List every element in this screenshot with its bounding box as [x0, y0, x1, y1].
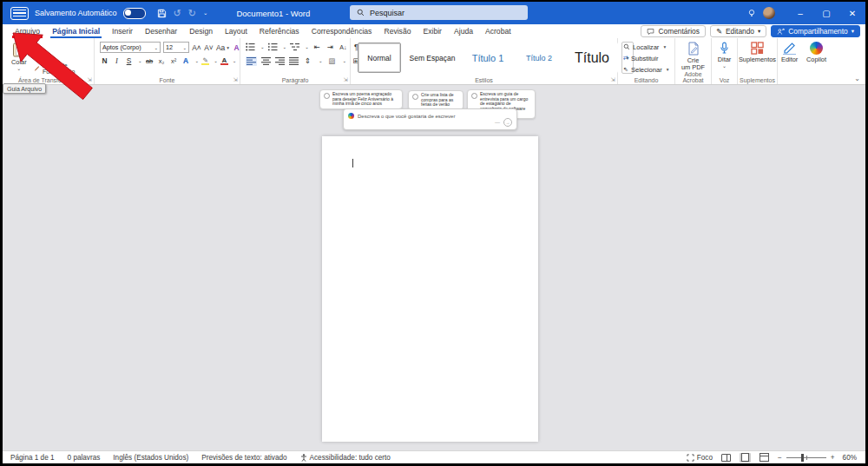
justify-button[interactable] [289, 57, 299, 65]
comments-button[interactable]: Comentários [641, 25, 705, 37]
dialog-launcher-icon[interactable]: ⇲ [233, 76, 238, 83]
style-sem-espacamento[interactable]: Sem Espaçan [404, 43, 460, 73]
style-titulo-1[interactable]: Título 1 [464, 43, 512, 73]
font-name-select[interactable]: Aptos (Corpo)⌄ [100, 42, 161, 53]
send-button[interactable]: → [503, 118, 512, 127]
font-color-button[interactable]: A [220, 56, 228, 65]
language-indicator[interactable]: Inglês (Estados Unidos) [113, 454, 188, 462]
share-button[interactable]: Compartilhamento ▾ [771, 25, 860, 37]
grow-font-button[interactable]: A˄ [192, 43, 201, 53]
dialog-launcher-icon[interactable]: ⇲ [611, 76, 615, 83]
style-titulo[interactable]: Título [566, 43, 618, 73]
document-title: Documento1 - Word [236, 9, 310, 18]
change-case-button[interactable]: Aa▾ [216, 43, 229, 53]
tab-acrobat[interactable]: Acrobat [479, 24, 517, 38]
tips-lightbulb-icon[interactable] [747, 9, 756, 18]
style-normal[interactable]: Normal [358, 43, 401, 73]
font-size-select[interactable]: 12⌄ [163, 42, 189, 53]
dialog-launcher-icon[interactable]: ⇲ [88, 76, 92, 83]
copilot-suggestion-chip[interactable]: Crie uma lista de compras para as férias… [408, 90, 464, 110]
addins-button[interactable]: Suplementos [738, 42, 777, 63]
tab-exibir[interactable]: Exibir [417, 24, 448, 38]
align-right-button[interactable] [275, 57, 285, 65]
word-count[interactable]: 0 palavras [68, 454, 101, 462]
redo-icon[interactable]: ↻ [188, 8, 196, 19]
undo-icon[interactable]: ↺ [174, 8, 181, 19]
select-button[interactable]: ⇖ Selecionar ▾ [623, 64, 669, 75]
zoom-level[interactable]: 60% [843, 454, 857, 462]
create-pdf-button[interactable]: Crie um PDF [675, 42, 711, 71]
zoom-out-button[interactable]: − [778, 454, 782, 462]
bold-button[interactable]: N [100, 56, 109, 66]
replace-button[interactable]: ⇄ Substituir [623, 53, 669, 63]
web-layout-button[interactable] [759, 453, 770, 463]
user-avatar[interactable] [763, 7, 775, 19]
text-effects-button[interactable]: A [181, 56, 191, 66]
tab-revisao[interactable]: Revisão [378, 24, 417, 38]
minimize-button[interactable]: – [787, 2, 813, 24]
align-left-button[interactable] [246, 56, 257, 66]
autosave-toggle[interactable] [123, 8, 146, 19]
tab-referencias[interactable]: Referências [253, 24, 306, 38]
document-page[interactable] [322, 136, 538, 442]
highlight-color-button[interactable]: ✎ [201, 56, 209, 65]
search-placeholder: Pesquisar [370, 9, 404, 17]
dictate-button[interactable]: Ditar ⌄ [712, 42, 737, 68]
shading-button[interactable]: ▨ [327, 56, 337, 66]
dialog-launcher-icon[interactable]: ⇲ [344, 76, 348, 83]
copilot-prompt-input[interactable]: Descreva o que você gostaria de escrever… [343, 108, 517, 130]
tab-ajuda[interactable]: Ajuda [448, 24, 479, 38]
tab-correspondencias[interactable]: Correspondências [306, 24, 378, 38]
autosave-label: Salvamento Automático [35, 9, 117, 17]
word-window: Salvamento Automático ↺ ↻ ⌄ Documento1 -… [3, 2, 865, 463]
page-count[interactable]: Página 1 de 1 [10, 454, 55, 462]
print-layout-button[interactable] [740, 453, 751, 463]
read-mode-button[interactable] [720, 453, 732, 463]
format-painter-button[interactable]: Pincel de Formatação [34, 62, 94, 75]
sort-button[interactable]: A↓ [339, 42, 348, 52]
align-center-button[interactable] [261, 57, 271, 65]
close-button[interactable]: ✕ [839, 2, 865, 24]
zoom-slider[interactable]: − + [778, 454, 835, 462]
line-spacing-button[interactable]: ⇕ [303, 56, 312, 66]
superscript-button[interactable]: x² [169, 56, 179, 66]
shrink-font-button[interactable]: A˅ [204, 43, 214, 53]
pencil-icon: ✎ [716, 27, 722, 36]
copilot-button[interactable]: Copilot [806, 42, 826, 63]
collapse-ribbon-chevron-icon[interactable]: ⌄ [854, 75, 860, 82]
editor-button[interactable]: Editor [781, 42, 798, 63]
italic-button[interactable]: I [112, 56, 122, 66]
focus-mode-button[interactable]: Foco [687, 454, 713, 462]
numbering-button[interactable] [268, 43, 278, 51]
search-input[interactable]: Pesquisar [350, 5, 528, 20]
bullets-button[interactable] [246, 43, 255, 51]
tab-arquivo[interactable]: Arquivo [9, 24, 46, 38]
word-app-icon[interactable] [10, 7, 29, 20]
tab-design[interactable]: Design [183, 24, 219, 38]
tab-pagina-inicial[interactable]: Página Inicial [46, 24, 106, 38]
underline-button[interactable]: S [124, 56, 134, 66]
clipboard-group: Colar ⌄ Pincel de Formatação Área de Tra… [3, 38, 95, 84]
tab-desenhar[interactable]: Desenhar [139, 24, 183, 38]
style-titulo-2[interactable]: Título 2 [516, 43, 562, 73]
strikethrough-button[interactable]: ab [145, 56, 155, 66]
increase-indent-button[interactable]: ⇥ [326, 42, 335, 52]
multilevel-list-button[interactable] [290, 43, 299, 51]
paste-button[interactable]: Colar ⌄ [11, 42, 27, 70]
text-predictions[interactable]: Previsões de texto: ativado [201, 454, 286, 462]
accessibility-status[interactable]: Acessibilidade: tudo certo [300, 454, 391, 462]
editing-mode-button[interactable]: ✎ Editando ▾ [710, 25, 766, 37]
save-icon[interactable] [157, 9, 167, 18]
subscript-button[interactable]: x₂ [157, 56, 167, 66]
zoom-in-button[interactable]: + [831, 454, 835, 462]
copilot-suggestion-chip[interactable]: Escreva um poema engraçado para desejar … [319, 89, 403, 109]
quick-access-caret-icon[interactable]: ⌄ [203, 10, 207, 16]
editing-group: Localizar ▾ ⇄ Substituir ⇖ Selecionar ▾ … [618, 38, 675, 84]
maximize-button[interactable]: ▢ [813, 2, 839, 24]
suggestion-icon [324, 93, 330, 99]
tab-layout[interactable]: Layout [219, 24, 253, 38]
tab-inserir[interactable]: Inserir [106, 24, 139, 38]
find-button[interactable]: Localizar ▾ [623, 42, 669, 52]
zoom-slider-thumb[interactable] [801, 454, 804, 462]
decrease-indent-button[interactable]: ⇤ [312, 42, 322, 52]
